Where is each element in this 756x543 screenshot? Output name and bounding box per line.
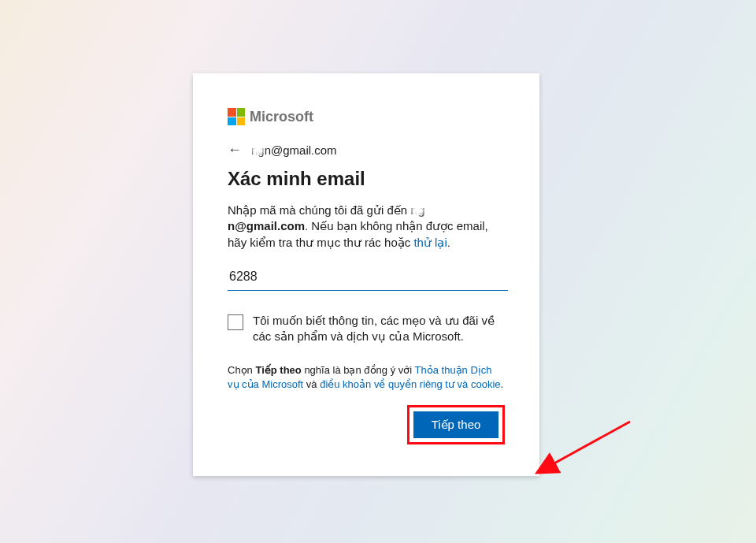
identity-email-hidden: ng xyxy=(251,143,265,157)
identity-email-suffix: n@gmail.com xyxy=(265,143,337,157)
instruction-text: Nhập mã mà chúng tôi đã gửi đến ngn@gmai… xyxy=(228,203,505,251)
legal-before: Chọn xyxy=(228,364,255,376)
legal-bold: Tiếp theo xyxy=(255,364,301,376)
verification-code-input[interactable] xyxy=(228,265,508,291)
back-arrow-icon[interactable]: ← xyxy=(228,143,242,157)
legal-end: . xyxy=(501,378,504,390)
optin-label: Tôi muốn biết thông tin, các mẹo và ưu đ… xyxy=(253,313,505,345)
microsoft-logo: Microsoft xyxy=(228,108,505,125)
instruction-before: Nhập mã mà chúng tôi đã gửi đến xyxy=(228,203,407,217)
signin-card: Microsoft ← ngn@gmail.com Xác minh email… xyxy=(193,73,539,476)
optin-row: Tôi muốn biết thông tin, các mẹo và ưu đ… xyxy=(228,313,505,345)
legal-text: Chọn Tiếp theo nghĩa là bạn đồng ý với T… xyxy=(228,363,505,391)
instruction-email-hidden: ng xyxy=(410,203,424,218)
next-button[interactable]: Tiếp theo xyxy=(413,411,498,438)
button-row: Tiếp theo xyxy=(228,405,505,444)
optin-checkbox[interactable] xyxy=(228,314,243,330)
instruction-after2: . xyxy=(447,236,450,249)
highlight-box: Tiếp theo xyxy=(407,405,505,444)
page-title: Xác minh email xyxy=(228,168,505,190)
microsoft-logo-text: Microsoft xyxy=(250,109,313,125)
identity-row: ← ngn@gmail.com xyxy=(228,143,505,157)
privacy-cookie-link[interactable]: điều khoản về quyền riêng tư và cookie xyxy=(320,378,500,390)
instruction-email-suffix: n@gmail.com xyxy=(228,219,305,232)
microsoft-logo-icon xyxy=(228,108,245,125)
annotation-arrow-icon xyxy=(528,410,654,489)
legal-mid: nghĩa là bạn đồng ý với xyxy=(302,364,415,376)
legal-and: và xyxy=(303,378,320,390)
try-again-link[interactable]: thử lại xyxy=(413,236,447,249)
page-background: Microsoft ← ngn@gmail.com Xác minh email… xyxy=(0,0,756,543)
svg-line-0 xyxy=(551,422,630,465)
identity-email: ngn@gmail.com xyxy=(251,143,337,157)
